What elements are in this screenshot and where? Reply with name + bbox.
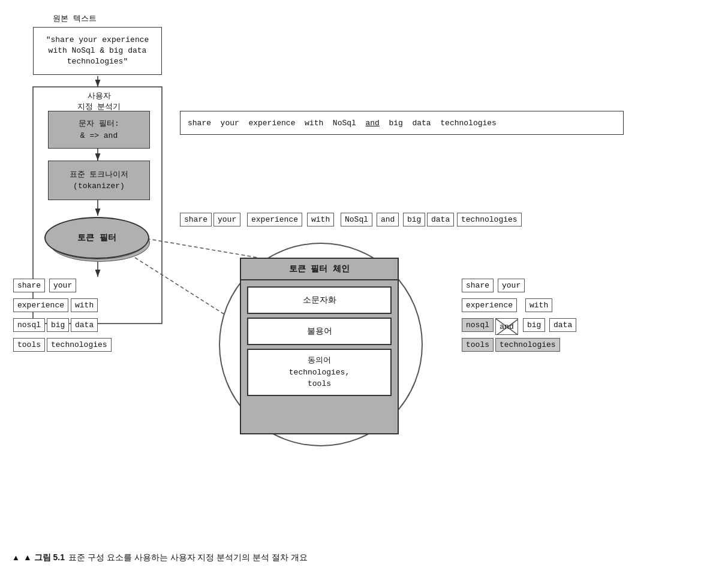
bl-token-share: share (13, 279, 45, 292)
r-token-with: with (307, 213, 334, 226)
br-token-tools: tools (462, 338, 494, 352)
char-filter-label: 문자 필터:& => and (79, 118, 119, 141)
tokenizer-box: 표준 토크나이저(tokanizer) (48, 161, 150, 200)
bl-token-data: data (71, 318, 98, 332)
br-token-experience: experience (462, 298, 517, 312)
diagram-container: 원본 텍스트 "share your experience with NoSql… (0, 0, 728, 574)
bl-token-with: with (71, 298, 98, 312)
figure-caption: ▲ ▲ 그림 5.1 표준 구성 요소를 사용하는 사용자 지정 분석기의 분석… (12, 552, 308, 563)
synonym-box: 동의어technologies,tools (247, 349, 392, 396)
br-token-and-crossed: and (495, 318, 518, 335)
br-token-with2: with (525, 298, 552, 312)
br-token-nosql: nosql (462, 318, 494, 332)
r-token-and: and (377, 213, 399, 226)
r-token-share: share (180, 213, 212, 226)
token-filter-oval: 토큰 필터 (44, 217, 149, 259)
tokenizer-label: 표준 토크나이저(tokanizer) (70, 169, 129, 192)
r-token-data: data (427, 213, 454, 226)
user-analyzer-label: 사용자지정 분석기 (48, 91, 150, 113)
bl-token-experience: experience (13, 298, 68, 312)
caption-bold-part: ▲ 그림 5.1 (23, 552, 65, 563)
bl-token-tools: tools (13, 338, 45, 352)
lowercase-box: 소문자화 (247, 286, 392, 314)
token-filter-label: 토큰 필터 (77, 232, 116, 243)
label-original: 원본 텍스트 (53, 13, 97, 24)
stopword-box: 불용어 (247, 318, 392, 345)
bl-token-your: your (49, 279, 76, 292)
filtered-text-label: share your experience with NoSql and big… (188, 119, 497, 128)
bl-token-big: big (47, 318, 69, 332)
filtered-text-box: share your experience with NoSql and big… (180, 111, 624, 135)
br-token-technologies2: technologies (495, 338, 560, 352)
bl-token-nosql: nosql (13, 318, 45, 332)
token-filter-chain-outer: 토큰 필터 체인 소문자화 불용어 동의어technologies,tools (240, 258, 399, 434)
r-token-technologies: technologies (457, 213, 522, 226)
br-token-your: your (498, 279, 525, 292)
r-token-your: your (213, 213, 240, 226)
caption-triangle: ▲ (12, 553, 20, 562)
bl-token-technologies: technologies (47, 338, 112, 352)
token-filter-chain-header: 토큰 필터 체인 (241, 259, 398, 280)
br-token-share: share (462, 279, 494, 292)
r-token-experience: experience (247, 213, 302, 226)
br-token-big: big (523, 318, 545, 332)
r-token-big: big (403, 213, 425, 226)
r-token-nosql: NoSql (341, 213, 372, 226)
input-text-box: "share your experience with NoSql & big … (33, 27, 162, 75)
svg-line-7 (135, 237, 258, 258)
br-token-data: data (549, 318, 576, 332)
br-and-text: and (500, 322, 513, 331)
caption-normal-part: 표준 구성 요소를 사용하는 사용자 지정 분석기의 분석 절차 개요 (68, 552, 308, 563)
char-filter-box: 문자 필터:& => and (48, 111, 150, 149)
input-text-label: "share your experience with NoSql & big … (37, 35, 158, 68)
